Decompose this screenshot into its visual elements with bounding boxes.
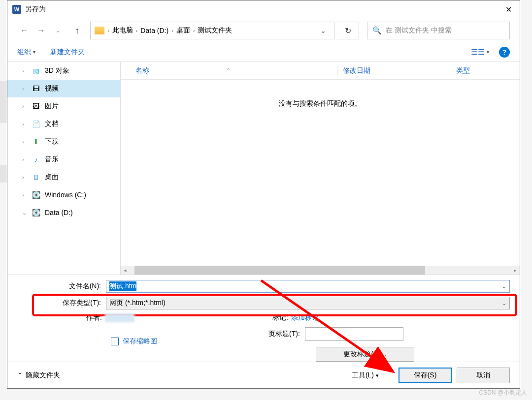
address-dropdown-icon[interactable]: ⌄: [316, 27, 330, 34]
breadcrumb-item[interactable]: 此电脑: [112, 26, 133, 35]
nav-forward-button[interactable]: →: [34, 24, 48, 37]
tree-item-music[interactable]: › ♪ 音乐: [7, 151, 120, 168]
chevron-right-icon: ›: [107, 28, 109, 33]
page-title-input[interactable]: [305, 327, 403, 341]
watermark: CSDN @小奥超人: [479, 389, 527, 397]
toolbar: 组织▾ 新建文件夹 ☰☰▾ ?: [7, 43, 520, 62]
close-button[interactable]: ✕: [497, 0, 520, 18]
author-value: [105, 313, 134, 322]
add-tag-link[interactable]: 添加标记: [291, 313, 319, 322]
view-options-button[interactable]: ☰☰▾: [471, 47, 489, 57]
tree-item-downloads[interactable]: › ⬇ 下载: [7, 133, 120, 151]
chevron-up-icon: ⌃: [17, 371, 23, 379]
tree-item-desktop[interactable]: › 🖥 桌面: [7, 168, 120, 186]
expand-icon: ⌄: [22, 210, 27, 216]
folder-icon: [95, 27, 104, 34]
doc-icon: 📄: [31, 120, 41, 128]
sort-indicator-icon: ⌃: [226, 67, 231, 74]
window-title: 另存为: [25, 5, 46, 14]
nav-up-button[interactable]: ↑: [70, 24, 84, 37]
chevron-down-icon[interactable]: ⌄: [502, 300, 506, 307]
author-label: 作者:: [86, 313, 102, 322]
file-list-header: 名称 ⌃ 修改日期 类型: [121, 62, 520, 80]
tree-item-drive-d[interactable]: ⌄ 💽 Data (D:): [7, 204, 120, 221]
filename-input[interactable]: 测试.htm ⌄: [106, 280, 510, 293]
image-icon: 🖼: [31, 102, 41, 111]
filetype-label: 保存类型(T):: [17, 299, 106, 308]
expand-icon: ›: [22, 86, 27, 92]
breadcrumb-item[interactable]: 测试文件夹: [198, 26, 232, 35]
list-view-icon: ☰☰: [471, 47, 485, 57]
change-title-button[interactable]: 更改标题(C)...: [316, 347, 414, 362]
chevron-right-icon: ›: [136, 28, 138, 33]
body-area: › ▧ 3D 对象 › 🎞 视频 › 🖼 图片 › 📄 文档 › ⬇: [7, 62, 520, 275]
organize-button[interactable]: 组织▾: [17, 48, 35, 57]
drive-icon: 💽: [31, 208, 41, 217]
column-header-date[interactable]: 修改日期: [337, 66, 451, 75]
navigation-bar: ← → ⌄ ↑ › 此电脑 › Data (D:) › 桌面 › 测试文件夹 ⌄…: [7, 18, 520, 43]
expand-icon: ›: [22, 156, 27, 162]
tree-item-pictures[interactable]: › 🖼 图片: [7, 97, 120, 115]
help-button[interactable]: ?: [499, 47, 510, 58]
desktop-icon: 🖥: [31, 173, 41, 182]
scroll-thumb[interactable]: [134, 266, 425, 275]
footer: ⌃ 隐藏文件夹 工具(L)▾ 保存(S) 取消: [7, 362, 520, 388]
save-as-dialog: W 另存为 ✕ ← → ⌄ ↑ › 此电脑 › Data (D:) › 桌面 ›…: [7, 0, 520, 389]
chevron-right-icon: ›: [193, 28, 195, 33]
chevron-down-icon[interactable]: ⌄: [502, 283, 506, 290]
tree-item-drive-c[interactable]: › 💽 Windows (C:): [7, 186, 120, 204]
address-bar[interactable]: › 此电脑 › Data (D:) › 桌面 › 测试文件夹 ⌄: [90, 22, 334, 39]
search-icon: 🔍: [372, 26, 382, 35]
expand-icon: ›: [22, 139, 27, 145]
scroll-left-icon[interactable]: ◂: [121, 266, 130, 275]
filetype-select[interactable]: 网页 (*.htm;*.html) ⌄: [106, 297, 510, 309]
expand-icon: ›: [22, 192, 27, 198]
cube-icon: ▧: [31, 66, 41, 75]
film-icon: 🎞: [31, 84, 41, 93]
word-icon: W: [12, 5, 21, 14]
form-area: 文件名(N): 测试.htm ⌄ 保存类型(T): 网页 (*.htm;*.ht…: [7, 275, 520, 362]
column-header-name[interactable]: 名称 ⌃: [121, 66, 337, 75]
horizontal-scrollbar[interactable]: ◂ ▸: [121, 266, 520, 275]
chevron-down-icon: ▾: [33, 49, 35, 55]
expand-icon: ›: [22, 174, 27, 180]
cancel-button[interactable]: 取消: [457, 368, 510, 383]
hide-folders-button[interactable]: ⌃ 隐藏文件夹: [17, 371, 60, 380]
filename-label: 文件名(N):: [17, 282, 106, 291]
expand-icon: ›: [22, 103, 27, 109]
chevron-down-icon: ▾: [376, 372, 379, 378]
thumbnail-checkbox[interactable]: [111, 338, 119, 345]
save-button[interactable]: 保存(S): [399, 368, 452, 383]
thumbnail-checkbox-label[interactable]: 保存缩略图: [123, 337, 157, 346]
expand-icon: ›: [22, 121, 27, 127]
breadcrumb-item[interactable]: Data (D:): [140, 27, 168, 34]
tree-item-videos[interactable]: › 🎞 视频: [7, 80, 120, 97]
nav-history-dropdown[interactable]: ⌄: [51, 24, 65, 37]
chevron-down-icon: ▾: [487, 49, 489, 55]
tree-item-3d-objects[interactable]: › ▧ 3D 对象: [7, 62, 120, 80]
search-input[interactable]: 🔍 在 测试文件夹 中搜索: [367, 22, 510, 39]
new-folder-button[interactable]: 新建文件夹: [50, 48, 85, 57]
breadcrumb-item[interactable]: 桌面: [176, 26, 190, 35]
music-icon: ♪: [31, 155, 41, 164]
page-title-label: 页标题(T):: [268, 330, 300, 338]
chevron-right-icon: ›: [171, 28, 173, 33]
download-icon: ⬇: [31, 137, 41, 146]
column-header-type[interactable]: 类型: [451, 66, 520, 75]
scroll-right-icon[interactable]: ▸: [511, 266, 520, 275]
tree-item-documents[interactable]: › 📄 文档: [7, 115, 120, 133]
refresh-button[interactable]: ↻: [337, 22, 359, 39]
drive-icon: 💽: [31, 190, 41, 199]
tools-dropdown[interactable]: 工具(L)▾: [352, 371, 379, 380]
nav-back-button[interactable]: ←: [17, 24, 31, 37]
file-list: 名称 ⌃ 修改日期 类型 没有与搜索条件匹配的项。 ◂ ▸: [121, 62, 520, 275]
empty-message: 没有与搜索条件匹配的项。: [121, 80, 520, 108]
search-placeholder: 在 测试文件夹 中搜索: [386, 26, 452, 35]
titlebar: W 另存为 ✕: [7, 0, 520, 18]
expand-icon: ›: [22, 68, 27, 74]
folder-tree: › ▧ 3D 对象 › 🎞 视频 › 🖼 图片 › 📄 文档 › ⬇: [7, 62, 121, 275]
tag-label: 标记:: [272, 313, 288, 322]
